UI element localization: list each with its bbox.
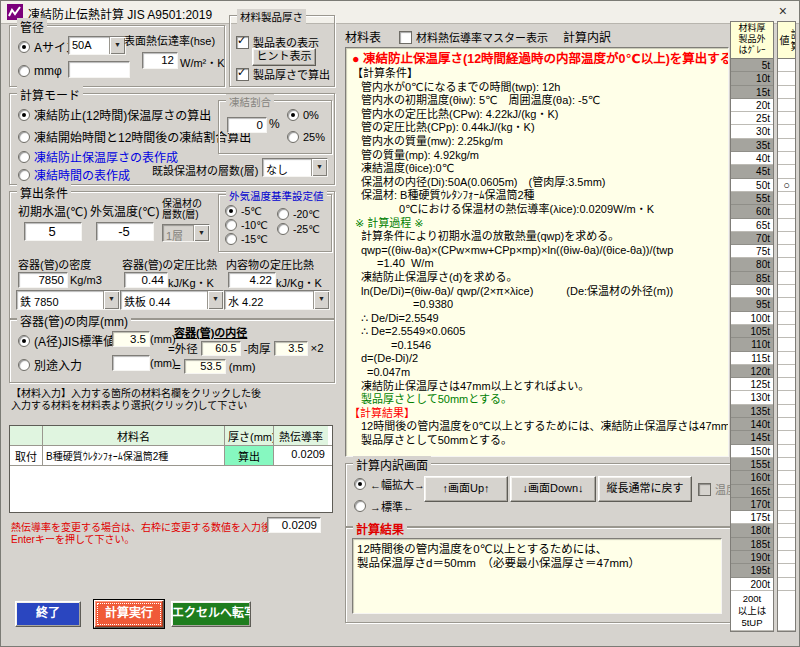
thickness-row[interactable]: 160t bbox=[731, 471, 773, 484]
thickness-row[interactable]: 105t bbox=[731, 325, 773, 338]
thickness-row[interactable]: 30t bbox=[731, 125, 773, 138]
calc-by-product-checkbox[interactable]: 製品厚さで算出 bbox=[236, 66, 330, 82]
mode-radio-time-table[interactable]: 凍結時間の表作成 bbox=[18, 166, 130, 183]
pipe-heat-combo[interactable]: 鉄板 0.44▼ bbox=[120, 290, 224, 310]
thickness-row[interactable]: 200t 以上は 5tUP bbox=[731, 591, 773, 631]
outer-value-field[interactable]: 60.5 bbox=[201, 341, 241, 356]
thickness-row[interactable]: 170t bbox=[731, 498, 773, 511]
thickness-row[interactable]: 25t bbox=[731, 112, 773, 125]
thickness-row[interactable]: 70t bbox=[731, 232, 773, 245]
thickness-row[interactable]: 65t bbox=[731, 219, 773, 232]
thickness-row[interactable]: 60t bbox=[731, 205, 773, 218]
mm-field[interactable] bbox=[68, 61, 130, 78]
thickness-row[interactable]: 200t bbox=[731, 578, 773, 591]
hse-field[interactable]: 12 bbox=[142, 52, 178, 69]
thickness-row[interactable]: 145t bbox=[731, 431, 773, 444]
a-size-combo[interactable]: 50A▼ bbox=[68, 36, 126, 55]
manual-value-field[interactable] bbox=[112, 355, 150, 371]
ambient-presets-group: 外気温度基準設定値 -5℃ -20℃ -10℃ -25℃ -15℃ bbox=[218, 194, 332, 252]
initial-temp-field[interactable]: 5 bbox=[24, 222, 82, 241]
inner-value-field[interactable]: 53.5 bbox=[184, 359, 226, 374]
thickness-row[interactable]: 100t bbox=[731, 312, 773, 325]
freeze-ratio-field[interactable]: 0 bbox=[227, 117, 267, 133]
manual-input-radio[interactable]: 別途入力 bbox=[18, 356, 82, 373]
thickness-row[interactable]: 80t bbox=[731, 258, 773, 271]
thickness-row[interactable]: 165t bbox=[731, 485, 773, 498]
mode-radio-freeze-prevention[interactable]: 凍結防止(12時間)保温厚さの算出 bbox=[18, 106, 211, 123]
conductivity-input-field[interactable]: 0.0209 bbox=[267, 517, 321, 533]
material-table: 材料名 厚さ(mm) 熱伝導率 取付 B種硬質ｳﾚﾀﾝﾌｫｰﾑ保温筒2種 算出 … bbox=[9, 425, 333, 513]
cell-attach[interactable]: 取付 bbox=[10, 446, 43, 465]
table-row[interactable]: 取付 B種硬質ｳﾚﾀﾝﾌｫｰﾑ保温筒2種 算出 0.0209 bbox=[10, 446, 332, 466]
thickness-row[interactable]: 120t bbox=[731, 365, 773, 378]
ratio-25-radio[interactable]: 25% bbox=[287, 131, 325, 143]
thickness-row[interactable]: 40t bbox=[731, 152, 773, 165]
thick-value-field[interactable]: 3.5 bbox=[274, 341, 308, 356]
mode-radio-freeze-ratio[interactable]: 凍結開始時間と12時間後の凍結割合算出 bbox=[18, 128, 251, 145]
mm-radio[interactable]: mmφ bbox=[18, 64, 62, 78]
run-calculation-button[interactable]: 計算実行 bbox=[94, 600, 164, 628]
jis-standard-radio[interactable]: (A径)JIS標準値 bbox=[18, 332, 115, 349]
thickness-row[interactable]: 5t bbox=[731, 59, 773, 72]
chevron-down-icon[interactable]: ▼ bbox=[207, 291, 223, 309]
cell-conductivity[interactable]: 0.0209 bbox=[274, 446, 328, 465]
preset-minus15-radio[interactable]: -15℃ bbox=[225, 233, 268, 245]
density-combo[interactable]: 鉄 7850▼ bbox=[16, 290, 120, 310]
standard-radio[interactable]: →標準← bbox=[354, 498, 414, 514]
ratio-0-radio[interactable]: 0% bbox=[287, 109, 319, 121]
content-heat-field[interactable]: 4.22 bbox=[228, 272, 276, 288]
thickness-row[interactable]: 35t bbox=[731, 139, 773, 152]
thickness-row[interactable]: 90t bbox=[731, 285, 773, 298]
cell-material-name[interactable]: B種硬質ｳﾚﾀﾝﾌｫｰﾑ保温筒2種 bbox=[43, 446, 225, 465]
thickness-row[interactable]: 135t bbox=[731, 405, 773, 418]
thickness-row[interactable]: 20t bbox=[731, 99, 773, 112]
thickness-row[interactable]: 15t bbox=[731, 86, 773, 99]
thickness-row[interactable]: 180t bbox=[731, 524, 773, 537]
preset-minus25-radio[interactable]: -25℃ bbox=[277, 223, 320, 235]
thickness-row[interactable]: 115t bbox=[731, 352, 773, 365]
reset-length-button[interactable]: 縦長通常に戻す bbox=[598, 476, 692, 502]
thickness-row[interactable]: 75t bbox=[731, 245, 773, 258]
cell-thickness[interactable]: 算出 bbox=[225, 446, 274, 465]
thickness-row[interactable]: 155t bbox=[731, 458, 773, 471]
density-field[interactable]: 7850 bbox=[18, 272, 68, 288]
content-heat-combo[interactable]: 水 4.22▼ bbox=[224, 290, 330, 310]
thickness-row[interactable]: 195t bbox=[731, 564, 773, 577]
ambient-temp-field[interactable]: -5 bbox=[96, 222, 154, 241]
master-display-checkbox[interactable]: 材料熱伝導率マスター表示 bbox=[399, 29, 548, 45]
close-icon[interactable]: × bbox=[779, 3, 787, 19]
chevron-down-icon[interactable]: ▼ bbox=[311, 159, 327, 176]
thickness-row[interactable]: 85t bbox=[731, 272, 773, 285]
preset-minus20-radio[interactable]: -20℃ bbox=[277, 208, 320, 220]
thickness-row[interactable]: 10t bbox=[731, 72, 773, 85]
layers-combo[interactable]: 1層▼ bbox=[162, 224, 210, 242]
chevron-down-icon[interactable]: ▼ bbox=[313, 291, 329, 309]
thickness-row[interactable]: 140t bbox=[731, 418, 773, 431]
thickness-row[interactable]: 55t bbox=[731, 192, 773, 205]
thickness-row[interactable]: 110t bbox=[731, 338, 773, 351]
radio-icon bbox=[287, 131, 299, 143]
ambient-temp-label: 外気温度(℃) bbox=[90, 202, 159, 219]
preset-minus5-radio[interactable]: -5℃ bbox=[225, 205, 262, 217]
existing-layers-combo[interactable]: なし▼ bbox=[262, 158, 328, 177]
thickness-row[interactable]: 45t bbox=[731, 165, 773, 178]
thickness-row[interactable]: 50t bbox=[731, 179, 773, 192]
preset-minus10-radio[interactable]: -10℃ bbox=[225, 219, 268, 231]
thickness-row[interactable]: 130t bbox=[731, 391, 773, 404]
thickness-row[interactable]: 175t bbox=[731, 511, 773, 524]
chevron-down-icon[interactable]: ▼ bbox=[103, 291, 119, 309]
thickness-row[interactable]: 150t bbox=[731, 445, 773, 458]
thickness-row[interactable]: 95t bbox=[731, 298, 773, 311]
quit-button[interactable]: 終了 bbox=[15, 601, 81, 627]
wide-radio[interactable]: ←幅拡大→ bbox=[354, 476, 425, 492]
screen-down-button[interactable]: ↓画面Down↓ bbox=[510, 476, 596, 502]
thickness-row[interactable]: 185t bbox=[731, 538, 773, 551]
pipe-heat-field[interactable]: 0.44 bbox=[124, 272, 168, 288]
thickness-row[interactable]: 190t bbox=[731, 551, 773, 564]
hint-button[interactable]: ヒント表示 bbox=[252, 48, 316, 66]
screen-up-button[interactable]: ↑画面Up↑ bbox=[424, 476, 508, 502]
thickness-row[interactable]: 125t bbox=[731, 378, 773, 391]
jis-value-field[interactable]: 3.5 bbox=[112, 331, 150, 347]
chevron-down-icon[interactable]: ▼ bbox=[109, 37, 125, 54]
excel-export-button[interactable]: エクセルへ転写 bbox=[171, 601, 251, 627]
